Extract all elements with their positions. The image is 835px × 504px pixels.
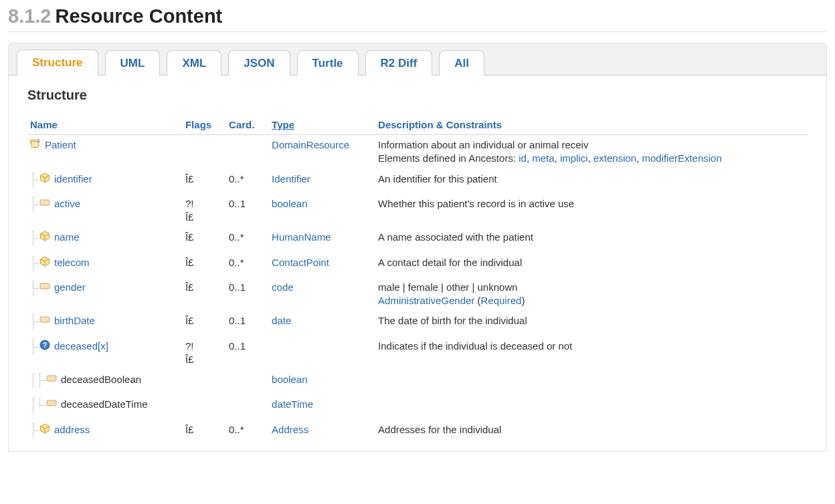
tab-xml[interactable]: XML — [167, 50, 221, 76]
tab-turtle[interactable]: Turtle — [297, 50, 359, 76]
element-name[interactable]: Patient — [45, 138, 76, 152]
element-name[interactable]: gender — [54, 281, 86, 294]
table-row: nameÎ£0..*HumanNameA name associated wit… — [27, 227, 808, 252]
description-cell: An identifier for this patient — [375, 169, 808, 194]
col-name[interactable]: Name — [27, 115, 183, 135]
description-text: A name associated with the patient — [378, 231, 533, 243]
description-text: male | female | other | unknown — [378, 281, 517, 293]
cardinality-cell: 0..1 — [226, 311, 269, 336]
tab-structure[interactable]: Structure — [17, 49, 98, 76]
svg-rect-15 — [47, 376, 56, 381]
datatype-icon — [39, 172, 50, 183]
description-text: Indicates if the individual is deceased … — [378, 340, 572, 352]
page-heading: 8.1.2Resource Content — [8, 5, 827, 32]
tree-wrapper: birthDate — [30, 314, 95, 329]
flags-cell — [183, 394, 226, 419]
ancestor-link[interactable]: implici — [560, 152, 588, 164]
tree-wrapper: gender — [30, 281, 86, 295]
description-cell: male | female | other | unknownAdministr… — [375, 277, 808, 311]
flags-cell — [183, 135, 226, 169]
primitive-icon — [39, 197, 50, 208]
col-type[interactable]: Type — [269, 115, 375, 135]
tree-joint — [30, 314, 39, 329]
tree-wrapper: ?deceased[x] — [30, 340, 108, 354]
type-link[interactable]: code — [272, 281, 294, 293]
type-cell: boolean — [269, 194, 375, 228]
flags-cell: Î£ — [183, 311, 226, 336]
type-cell — [269, 336, 375, 370]
cardinality-cell: 0..1 — [226, 277, 269, 311]
svg-rect-11 — [40, 283, 50, 289]
section-number: 8.1.2 — [8, 5, 52, 27]
tree-joint — [30, 281, 39, 295]
flags-cell: ?!Î£ — [183, 194, 226, 228]
col-flags[interactable]: Flags — [183, 115, 226, 135]
type-link[interactable]: date — [272, 315, 291, 326]
structure-table: Name Flags Card. Type Description & Cons… — [27, 115, 808, 445]
element-name[interactable]: telecom — [54, 256, 90, 269]
datatype-icon — [39, 256, 50, 267]
ancestor-link[interactable]: id — [519, 152, 527, 164]
datatype-icon — [39, 231, 50, 241]
tree-wrapper: name — [30, 231, 80, 245]
element-name: deceasedDateTime — [61, 398, 148, 411]
col-type-link[interactable]: Type — [272, 119, 294, 130]
element-name[interactable]: deceased[x] — [54, 340, 108, 353]
flags-cell: ?!Î£ — [183, 336, 226, 370]
table-row: deceasedDateTimedateTime — [27, 394, 808, 419]
description-cell: A name associated with the patient — [375, 227, 808, 252]
table-row: deceasedBooleanboolean — [27, 370, 808, 394]
type-link[interactable]: HumanName — [272, 231, 331, 243]
col-card[interactable]: Card. — [226, 115, 269, 135]
description-cell: Addresses for the individual — [375, 420, 808, 445]
element-name[interactable]: address — [54, 423, 90, 436]
type-cell: code — [269, 277, 375, 311]
tree-wrapper: address — [30, 423, 90, 438]
binding-strength[interactable]: Required — [481, 295, 522, 306]
description-cell: Whether this patient's record is in acti… — [375, 194, 808, 228]
datatype-icon — [39, 423, 50, 434]
table-row: genderÎ£0..1codemale | female | other | … — [27, 277, 808, 311]
type-link[interactable]: Address — [272, 424, 308, 435]
tab-r2-diff[interactable]: R2 Diff — [365, 50, 433, 76]
element-name[interactable]: name — [54, 231, 80, 244]
tree-joint — [30, 340, 39, 354]
cardinality-cell: 0..* — [226, 253, 269, 277]
binding-link[interactable]: AdministrativeGender — [378, 295, 474, 306]
type-link[interactable]: dateTime — [272, 398, 313, 410]
cardinality-cell: 0..1 — [226, 194, 269, 228]
svg-rect-3 — [37, 140, 39, 142]
type-link[interactable]: Identifier — [272, 173, 310, 184]
tree-joint — [37, 398, 46, 412]
tab-json[interactable]: JSON — [228, 50, 290, 76]
element-name[interactable]: active — [54, 197, 80, 211]
description-cell — [375, 370, 808, 394]
ancestor-link[interactable]: modifierExtension — [642, 152, 722, 164]
flags-cell: Î£ — [183, 420, 226, 445]
ancestor-link[interactable]: meta — [532, 152, 554, 164]
type-link[interactable]: boolean — [272, 198, 307, 209]
element-name[interactable]: birthDate — [54, 314, 95, 328]
element-name[interactable]: identifier — [54, 172, 92, 186]
tree-wrapper: active — [30, 197, 80, 212]
type-cell: HumanName — [269, 227, 375, 252]
tree-joint — [30, 231, 39, 245]
description-cell: A contact detail for the individual — [375, 253, 808, 277]
type-link[interactable]: ContactPoint — [272, 257, 329, 268]
table-row: ?deceased[x]?!Î£0..1Indicates if the ind… — [27, 336, 808, 370]
flags-cell — [183, 370, 226, 394]
col-desc[interactable]: Description & Constraints — [375, 115, 808, 135]
tab-content: Structure Name Flags Card. Type Descript… — [8, 76, 827, 452]
table-row: identifierÎ£0..*IdentifierAn identifier … — [27, 169, 808, 194]
type-cell: DomainResource — [269, 135, 375, 169]
primitive-icon — [39, 314, 50, 325]
tab-uml[interactable]: UML — [105, 50, 161, 76]
type-link[interactable]: DomainResource — [272, 139, 349, 150]
ancestor-link[interactable]: extension — [593, 152, 636, 164]
type-link[interactable]: boolean — [272, 374, 307, 385]
tab-all[interactable]: All — [439, 50, 484, 76]
ancestors-prefix: Elements defined in Ancestors: — [378, 152, 519, 164]
type-cell: Identifier — [269, 169, 375, 194]
primitive-icon — [46, 398, 57, 408]
type-cell: Address — [269, 420, 375, 445]
